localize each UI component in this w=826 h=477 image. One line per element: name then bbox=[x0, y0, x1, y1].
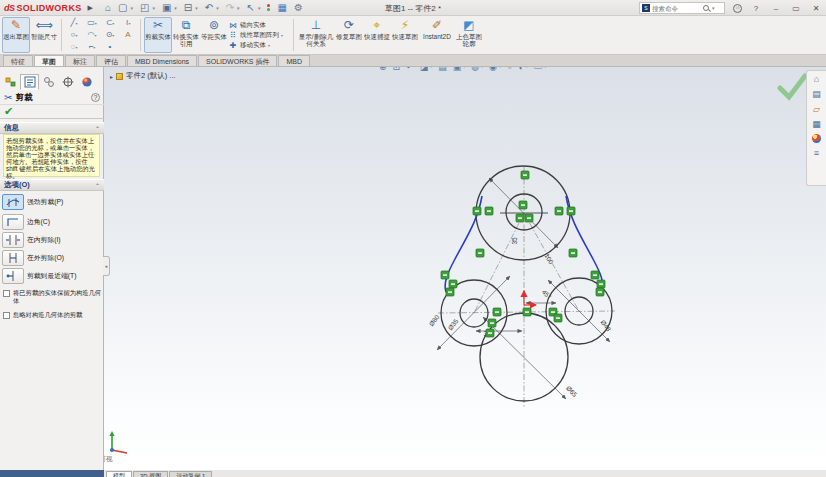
convert-entities-button[interactable]: ⧉ 转换实体引用 bbox=[172, 17, 200, 53]
open-icon[interactable]: ◰ bbox=[140, 3, 149, 13]
text-tool-icon[interactable]: A bbox=[119, 29, 137, 41]
annotation-views-icon[interactable]: ▤ bbox=[438, 67, 447, 72]
collapse-chevron-icon[interactable]: ⌃ bbox=[95, 182, 100, 189]
taskpane-design-library-icon[interactable]: ▱ bbox=[813, 104, 820, 114]
taskpane-home-icon[interactable]: ⌂ bbox=[814, 74, 819, 84]
tab-features[interactable]: 特征 bbox=[3, 55, 33, 66]
option-trim-inside[interactable]: 在内剪除(I) bbox=[2, 232, 102, 248]
checkbox-icon[interactable] bbox=[3, 312, 10, 319]
apply-scene-icon[interactable]: ◐ bbox=[518, 67, 523, 72]
maximize-button[interactable]: ▭ bbox=[790, 4, 802, 13]
property-manager-tab[interactable] bbox=[20, 74, 39, 90]
file-properties-icon[interactable]: ▦ bbox=[277, 3, 286, 13]
quick-snaps-button[interactable]: ⌖ 快速捕捉 bbox=[363, 17, 391, 53]
taskpane-file-explorer-icon[interactable]: ▦ bbox=[812, 119, 821, 129]
line-tool-icon[interactable]: ╱▾ bbox=[65, 17, 83, 29]
dimension-line[interactable] bbox=[483, 317, 566, 399]
message-section-header[interactable]: 信息 ⌃ bbox=[0, 122, 104, 134]
panel-bottom-splitter[interactable] bbox=[0, 470, 104, 477]
tab-model[interactable]: 模型 bbox=[106, 471, 132, 477]
options-gear-icon[interactable]: ⚙ bbox=[294, 3, 303, 13]
edit-appearance-icon[interactable]: ● bbox=[507, 67, 512, 72]
option-power-trim[interactable]: 强劲剪裁(P) bbox=[2, 194, 102, 210]
rectangle-tool-icon[interactable]: ▭▾ bbox=[83, 17, 101, 29]
move-entities-button[interactable]: ✚ 移动实体 ▾ bbox=[228, 41, 290, 50]
mirror-entities-button[interactable]: ⋈ 镜向实体 bbox=[228, 21, 290, 30]
taskpane-custom-properties-icon[interactable]: ≡ bbox=[814, 148, 819, 158]
smart-dimension-button[interactable]: ⟺ 智能尺寸 bbox=[30, 17, 58, 53]
search-input[interactable] bbox=[652, 5, 700, 12]
dimension-text[interactable]: Ø80 bbox=[427, 313, 440, 327]
zoom-area-icon[interactable]: ⊡ bbox=[393, 67, 401, 72]
taskpane-appearances-icon[interactable] bbox=[812, 134, 821, 143]
circle-tool-icon[interactable]: ○▾ bbox=[65, 29, 83, 41]
offset-entities-button[interactable]: ⊚ 等距实体 bbox=[200, 17, 228, 53]
arc-tool-icon[interactable]: ◠▾ bbox=[83, 29, 101, 41]
tab-3d-views[interactable]: 3D 视图 bbox=[133, 471, 168, 477]
collapse-chevron-icon[interactable]: ⌃ bbox=[95, 125, 100, 132]
new-document-icon[interactable]: ▢ bbox=[118, 3, 127, 13]
dimxpert-tab[interactable] bbox=[58, 74, 77, 90]
zoom-fit-icon[interactable]: ⊕ bbox=[379, 67, 387, 72]
breadcrumb[interactable]: ▸ 零件2 (默认) ... bbox=[110, 71, 176, 81]
slot-tool-icon[interactable]: ⊂▾ bbox=[101, 17, 119, 29]
tab-addins[interactable]: SOLIDWORKS 插件 bbox=[198, 55, 277, 66]
close-button[interactable]: ✕ bbox=[810, 4, 822, 13]
dimension-text[interactable]: 35 bbox=[511, 237, 518, 245]
exit-sketch-button[interactable]: ✎ 退出草图 bbox=[2, 17, 30, 53]
rebuild-traffic-light-icon[interactable] bbox=[267, 4, 270, 11]
taskpane-resources-icon[interactable]: ▤ bbox=[812, 89, 821, 99]
view-orientation-icon[interactable]: ▣ bbox=[453, 67, 462, 72]
search-commands-box[interactable]: S ▾ bbox=[639, 2, 725, 14]
tab-markup[interactable]: 标注 bbox=[65, 55, 95, 66]
configuration-manager-tab[interactable] bbox=[39, 74, 58, 90]
display-relations-button[interactable]: ⊥ 显示/删除几何关系 bbox=[297, 17, 335, 53]
menu-flyout-arrow-icon[interactable]: ▶ bbox=[88, 4, 93, 12]
featuremanager-flyout-icon[interactable]: ▸ bbox=[110, 73, 113, 80]
keep-as-construction-checkbox-row[interactable]: 将已剪裁的实体保留为构造几何体 bbox=[3, 289, 102, 304]
rapid-sketch-button[interactable]: ⚡ 快速草图 bbox=[391, 17, 419, 53]
dimension-text[interactable]: Ø65 bbox=[565, 384, 579, 398]
point-tool-icon[interactable]: • bbox=[101, 41, 119, 53]
repair-sketch-button[interactable]: ⟳ 修复草图 bbox=[335, 17, 363, 53]
print-icon[interactable]: ⊟ bbox=[184, 3, 192, 13]
redo-icon[interactable]: ↷ bbox=[226, 3, 234, 13]
checkbox-icon[interactable] bbox=[3, 290, 10, 297]
option-trim-closest[interactable]: 剪裁到最近端(T) bbox=[2, 268, 102, 284]
account-icon[interactable]: ⌾ bbox=[733, 4, 742, 13]
minimize-button[interactable]: – bbox=[770, 4, 782, 13]
dimension-text[interactable]: 100 bbox=[543, 252, 555, 265]
option-trim-outside[interactable]: 在外剪除(O) bbox=[2, 250, 102, 266]
select-cursor-icon[interactable]: ↖ bbox=[247, 3, 255, 13]
search-dropdown-icon[interactable]: ▾ bbox=[712, 5, 715, 11]
hide-show-items-icon[interactable]: ◉ bbox=[489, 67, 497, 72]
trim-entities-button[interactable]: ✂ 剪裁实体 bbox=[144, 17, 172, 53]
option-corner[interactable]: 边角(C) bbox=[2, 214, 102, 230]
tab-mbd[interactable]: MBD bbox=[278, 55, 310, 66]
appearances-tab[interactable] bbox=[77, 74, 96, 90]
graphics-viewport[interactable]: 3510045°38Ø80Ø35Ø48Ø65 ▸ 零件2 (默认) ... ⊕ … bbox=[104, 67, 826, 470]
ok-button[interactable]: ✔ bbox=[4, 105, 13, 118]
panel-help-icon[interactable]: ? bbox=[91, 93, 100, 102]
options-section-header[interactable]: 选项(O) ⌃ bbox=[0, 179, 104, 191]
help-icon[interactable]: ? bbox=[750, 4, 762, 13]
polygon-tool-icon[interactable]: ◌▾ bbox=[65, 41, 83, 53]
fillet-tool-icon[interactable]: ⌐▾ bbox=[83, 41, 101, 53]
tab-motion-study[interactable]: 运动算例 1 bbox=[169, 471, 212, 477]
tab-mbd-dimensions[interactable]: MBD Dimensions bbox=[127, 55, 197, 66]
dimension-text[interactable]: 45° bbox=[541, 288, 553, 300]
featuremanager-tree-tab[interactable] bbox=[1, 74, 20, 90]
display-style-icon[interactable]: ◍ bbox=[471, 67, 479, 72]
confirmation-corner-ok[interactable] bbox=[780, 76, 805, 97]
ignore-construction-checkbox-row[interactable]: 忽略对构造几何体的剪裁 bbox=[3, 311, 102, 319]
search-icon[interactable] bbox=[702, 4, 710, 12]
tab-sketch[interactable]: 草图 bbox=[34, 55, 64, 66]
section-view-icon[interactable]: ◪ bbox=[420, 67, 429, 72]
save-icon[interactable]: ▣ bbox=[162, 3, 171, 13]
tab-evaluate[interactable]: 评估 bbox=[96, 55, 126, 66]
previous-view-icon[interactable]: ↶ bbox=[406, 67, 414, 72]
spline-tool-icon[interactable]: ≀▾ bbox=[119, 17, 137, 29]
shaded-contours-button[interactable]: ◩ 上色草图轮廓 bbox=[455, 17, 483, 53]
ellipse-tool-icon[interactable]: ⊙▾ bbox=[101, 29, 119, 41]
panel-flyout-handle[interactable]: ◂ bbox=[103, 256, 110, 276]
